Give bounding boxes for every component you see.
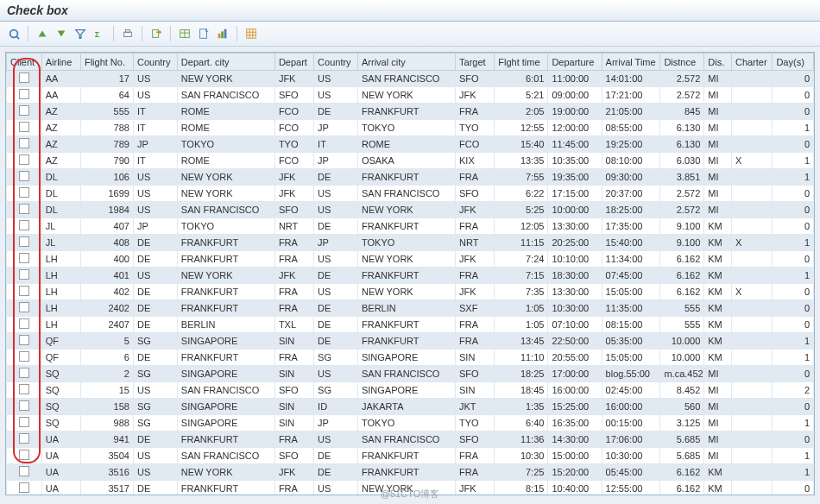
col-header-days[interactable]: Day(s) — [773, 54, 814, 71]
sort-asc-icon[interactable] — [34, 25, 51, 42]
table-row[interactable]: AZ788ITROMEFCOJPTOKYOTYO12:5512:00:0008:… — [7, 120, 814, 136]
table-row[interactable]: UA3516USNEW YORKJFKDEFRANKFURTFRA7:2515:… — [7, 464, 814, 481]
layout-icon[interactable] — [243, 25, 260, 42]
cell-client[interactable] — [7, 71, 42, 87]
col-header-country1[interactable]: Country — [133, 54, 177, 71]
cell-client[interactable] — [7, 350, 42, 366]
cell-client[interactable] — [7, 136, 42, 153]
cell-client[interactable] — [7, 202, 42, 218]
details-icon[interactable] — [5, 25, 22, 42]
row-checkbox[interactable] — [19, 105, 29, 116]
cell-client[interactable] — [7, 251, 42, 268]
row-checkbox[interactable] — [19, 154, 29, 165]
col-header-dist[interactable]: Distnce — [660, 54, 704, 71]
table-row[interactable]: LH2407DEBERLINTXLDEFRANKFURTFRA1:0507:10… — [7, 317, 814, 333]
col-header-target[interactable]: Target — [456, 54, 495, 71]
table-row[interactable]: SQ15USSAN FRANCISCOSFOSGSINGAPORESIN18:4… — [7, 382, 814, 399]
row-checkbox[interactable] — [19, 351, 29, 362]
sort-desc-icon[interactable] — [53, 25, 70, 42]
row-checkbox[interactable] — [19, 187, 29, 198]
print-icon[interactable] — [119, 25, 136, 42]
table-row[interactable]: AZ790ITROMEFCOJPOSAKAKIX13:3510:35:0008:… — [7, 153, 814, 169]
table-row[interactable]: AA17USNEW YORKJFKUSSAN FRANCISCOSFO6:011… — [7, 71, 814, 87]
table-row[interactable]: LH2402DEFRANKFURTFRADEBERLINSXF1:0510:30… — [7, 300, 814, 317]
col-header-country2[interactable]: Country — [314, 54, 358, 71]
row-checkbox[interactable] — [19, 204, 29, 214]
cell-client[interactable] — [7, 317, 42, 333]
cell-client[interactable] — [7, 153, 42, 169]
cell-client[interactable] — [7, 300, 42, 317]
table-row[interactable]: LH402DEFRANKFURTFRAUSNEW YORKJFK7:3513:3… — [7, 284, 814, 300]
row-checkbox[interactable] — [19, 220, 29, 230]
table-row[interactable]: DL1699USNEW YORKJFKUSSAN FRANCISCOSFO6:2… — [7, 186, 814, 202]
row-checkbox[interactable] — [19, 89, 29, 99]
col-header-depcity[interactable]: Depart. city — [177, 54, 274, 71]
cell-client[interactable] — [7, 186, 42, 202]
cell-client[interactable] — [7, 399, 42, 415]
cell-client[interactable] — [7, 382, 42, 399]
chart-icon[interactable] — [214, 25, 231, 42]
cell-client[interactable] — [7, 366, 42, 382]
cell-client[interactable] — [7, 104, 42, 120]
col-header-arrcity[interactable]: Arrival city — [357, 54, 455, 71]
table-row[interactable]: DL106USNEW YORKJFKDEFRANKFURTFRA7:5519:3… — [7, 169, 814, 186]
cell-client[interactable] — [7, 284, 42, 300]
row-checkbox[interactable] — [19, 335, 29, 345]
row-checkbox[interactable] — [19, 236, 29, 247]
table-row[interactable]: QF5SGSINGAPORESINDEFRANKFURTFRA13:4522:5… — [7, 333, 814, 350]
table-row[interactable]: AA64USSAN FRANCISCOSFOUSNEW YORKJFK5:210… — [7, 87, 814, 104]
row-checkbox[interactable] — [19, 433, 29, 444]
row-checkbox[interactable] — [19, 400, 29, 411]
excel-icon[interactable] — [176, 25, 193, 42]
row-checkbox[interactable] — [19, 368, 29, 378]
cell-client[interactable] — [7, 432, 42, 448]
table-row[interactable]: UA941DEFRANKFURTFRAUSSAN FRANCISCOSFO11:… — [7, 432, 814, 448]
table-row[interactable]: SQ2SGSINGAPORESINUSSAN FRANCISCOSFO18:25… — [7, 366, 814, 382]
row-checkbox[interactable] — [19, 72, 29, 83]
export-icon[interactable] — [148, 25, 165, 42]
cell-client[interactable] — [7, 415, 42, 432]
row-checkbox[interactable] — [19, 417, 29, 427]
row-checkbox[interactable] — [19, 384, 29, 394]
row-checkbox[interactable] — [19, 450, 29, 460]
table-row[interactable]: QF6DEFRANKFURTFRASGSINGAPORESIN11:1020:5… — [7, 350, 814, 366]
row-checkbox[interactable] — [19, 318, 29, 329]
row-checkbox[interactable] — [19, 138, 29, 148]
sum-icon[interactable]: Σ — [91, 25, 108, 42]
cell-client[interactable] — [7, 448, 42, 464]
col-header-dis[interactable]: Dis. — [704, 54, 732, 71]
col-header-flightno[interactable]: Flight No. — [80, 54, 133, 71]
row-checkbox[interactable] — [19, 122, 29, 132]
row-checkbox[interactable] — [19, 302, 29, 312]
cell-client[interactable] — [7, 218, 42, 235]
row-checkbox[interactable] — [19, 466, 29, 476]
row-checkbox[interactable] — [19, 286, 29, 296]
col-header-airline[interactable]: Airline — [41, 54, 80, 71]
cell-client[interactable] — [7, 333, 42, 350]
col-header-depart[interactable]: Depart — [274, 54, 313, 71]
table-row[interactable]: DL1984USSAN FRANCISCOSFOUSNEW YORKJFK5:2… — [7, 202, 814, 218]
table-row[interactable]: JL407JPTOKYONRTDEFRANKFURTFRA12:0513:30:… — [7, 218, 814, 235]
word-icon[interactable] — [195, 25, 212, 42]
col-header-departure[interactable]: Departure — [548, 54, 602, 71]
col-header-arrtime[interactable]: Arrival Time — [602, 54, 660, 71]
col-header-charter[interactable]: Charter — [731, 54, 772, 71]
cell-client[interactable] — [7, 235, 42, 251]
cell-client[interactable] — [7, 464, 42, 481]
table-row[interactable]: SQ158SGSINGAPORESINIDJAKARTAJKT1:3515:25… — [7, 399, 814, 415]
table-row[interactable]: LH400DEFRANKFURTFRAUSNEW YORKJFK7:2410:1… — [7, 251, 814, 268]
cell-client[interactable] — [7, 120, 42, 136]
row-checkbox[interactable] — [19, 269, 29, 280]
table-row[interactable]: AZ555ITROMEFCODEFRANKFURTFRA2:0519:00:00… — [7, 104, 814, 120]
table-row[interactable]: JL408DEFRANKFURTFRAJPTOKYONRT11:1520:25:… — [7, 235, 814, 251]
table-row[interactable]: LH401USNEW YORKJFKDEFRANKFURTFRA7:1518:3… — [7, 268, 814, 284]
row-checkbox[interactable] — [19, 171, 29, 181]
cell-client[interactable] — [7, 87, 42, 104]
cell-client[interactable] — [7, 268, 42, 284]
col-header-ftime[interactable]: Flght time — [495, 54, 548, 71]
col-header-client[interactable]: Client — [7, 54, 42, 71]
filter-icon[interactable] — [72, 25, 89, 42]
cell-client[interactable] — [7, 169, 42, 186]
table-row[interactable]: UA3504USSAN FRANCISCOSFODEFRANKFURTFRA10… — [7, 448, 814, 464]
row-checkbox[interactable] — [19, 253, 29, 263]
